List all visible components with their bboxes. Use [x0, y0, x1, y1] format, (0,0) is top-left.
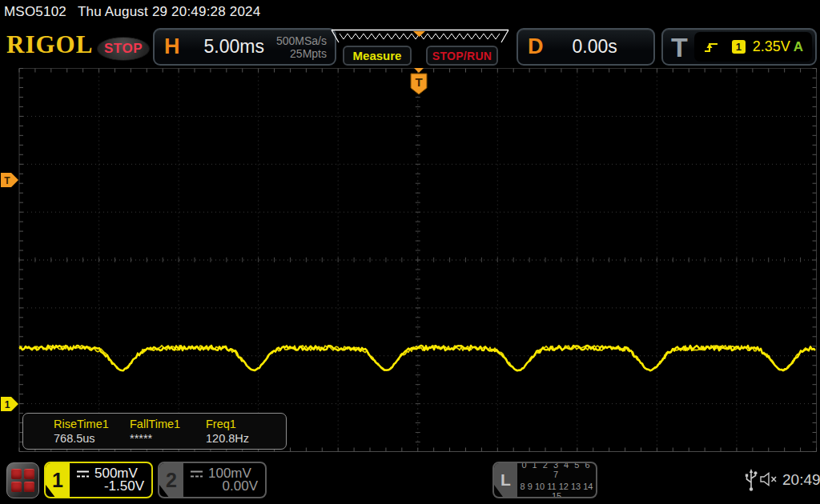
trigger-info-box[interactable]: T 1 2.35V A — [661, 28, 817, 66]
oscilloscope-screen: MSO5102Thu August 29 20:49:28 2024 RIGOL… — [0, 0, 820, 504]
measurement-label: Freq1 — [206, 418, 282, 430]
acquisition-info: 500MSa/s 25Mpts — [276, 34, 327, 60]
trigger-source-badge: 1 — [732, 40, 746, 54]
logic-channels-row1: 0 1 2 3 4 5 6 7 — [519, 462, 594, 479]
run-state-label: STOP — [104, 41, 143, 57]
measurement-label: RiseTime1 — [54, 418, 130, 430]
svg-text:1: 1 — [5, 399, 10, 410]
overview-trigger-marker — [413, 31, 425, 37]
titlebar: MSO5102Thu August 29 20:49:28 2024 — [4, 4, 260, 20]
measurement-item: FallTime1 ***** — [130, 414, 206, 449]
clock-time: 20:49 — [782, 471, 820, 489]
measure-button[interactable]: Measure — [343, 46, 412, 66]
dc-coupling-icon — [76, 470, 90, 478]
main-menu-button[interactable] — [6, 462, 39, 498]
graticule — [19, 69, 817, 452]
trigger-position-marker[interactable]: T — [411, 68, 427, 94]
svg-text:T: T — [415, 75, 422, 89]
trigger-level-marker[interactable]: T — [1, 173, 18, 187]
horizontal-label: H — [164, 34, 180, 59]
channel-1-position-marker[interactable]: 1 — [1, 397, 18, 411]
usb-device-icon — [745, 468, 758, 492]
sample-rate: 500MSa/s — [276, 34, 327, 47]
measurement-value: 120.8Hz — [206, 432, 282, 445]
delay-label: D — [528, 34, 544, 59]
measurement-item: RiseTime1 768.5us — [54, 414, 130, 449]
logic-channels-row2: 8 9 10 11 12 13 14 15 — [519, 482, 594, 499]
ch1-waveform-trace — [19, 346, 815, 371]
datetime-text: Thu August 29 20:49:28 2024 — [78, 4, 260, 19]
model-name: MSO5102 — [4, 4, 66, 19]
trigger-sweep-mode: A — [794, 39, 803, 55]
measurement-panel[interactable]: RiseTime1 768.5us FallTime1 ***** Freq1 … — [22, 413, 287, 450]
channel-1-offset: -1.50V — [76, 478, 144, 494]
timebase-value: 5.00ms — [204, 36, 264, 58]
measurement-value: 768.5us — [54, 432, 130, 445]
channel-2-offset: 0.00V — [190, 478, 258, 494]
rigol-logo: RIGOL — [6, 30, 93, 59]
scope-display: TT1 — [0, 68, 820, 452]
stop-run-button[interactable]: STOP/RUN — [426, 46, 498, 66]
menu-grid-icon — [11, 469, 34, 492]
run-state-indicator[interactable]: STOP — [97, 37, 150, 61]
dc-coupling-icon — [190, 470, 203, 478]
horizontal-timebase-box[interactable]: H 5.00ms 500MSa/s 25Mpts — [153, 28, 336, 66]
channel-1-badge[interactable]: 1 500mV -1.50V — [44, 462, 153, 498]
speaker-muted-icon — [760, 472, 781, 486]
waveform-overview-strip[interactable] — [330, 29, 510, 45]
svg-text:T: T — [4, 175, 10, 186]
memory-depth: 25Mpts — [290, 47, 327, 60]
trigger-label: T — [671, 31, 688, 63]
trigger-level-value: 2.35V — [753, 38, 790, 55]
measurement-item: Freq1 120.8Hz — [206, 414, 282, 449]
measurement-label: FallTime1 — [130, 418, 206, 430]
logic-analyzer-badge[interactable]: L 0 1 2 3 4 5 6 7 8 9 10 11 12 13 14 15 — [492, 462, 597, 498]
trigger-inner: 1 2.35V A — [694, 32, 812, 62]
channel-1-number: 1 — [46, 463, 70, 497]
delay-value: 0.00s — [573, 36, 617, 58]
trigger-delay-box[interactable]: D 0.00s — [517, 28, 655, 66]
measurement-value: ***** — [130, 432, 206, 445]
logic-pod-label: L — [494, 463, 517, 497]
channel-2-badge[interactable]: 2 100mV 0.00V — [158, 462, 267, 498]
trigger-slope-icon — [704, 41, 719, 54]
channel-2-number: 2 — [159, 463, 183, 497]
logic-channel-list: 0 1 2 3 4 5 6 7 8 9 10 11 12 13 14 15 — [519, 465, 594, 495]
